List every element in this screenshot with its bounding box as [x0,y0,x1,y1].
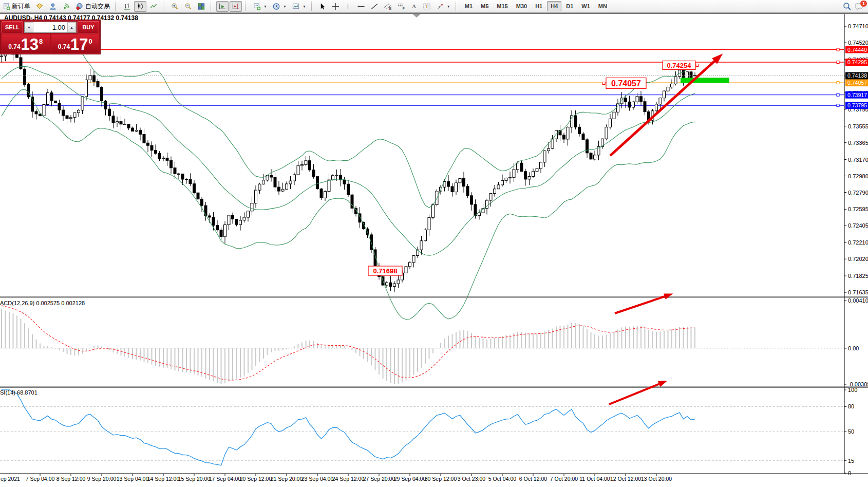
volume-decrease-button[interactable]: ▼ [25,22,33,32]
tile-windows-button[interactable] [195,1,207,12]
line-chart-button[interactable] [147,1,160,12]
candle-body [58,103,61,110]
candle-body [474,204,477,216]
bar-chart-button[interactable] [121,1,133,12]
price-annotation-text: 0.74254 [667,62,692,69]
search-icon[interactable] [843,2,852,11]
bollinger-lower-band[interactable] [2,89,695,320]
signals-icon [62,3,70,10]
trend-arrow-rsi[interactable] [609,382,664,404]
depot-button[interactable] [33,1,46,12]
time-axis-label: 15 Sep 20:00 [178,476,211,482]
price-axis-label: 0.74520 [848,40,868,46]
candle-body [212,217,215,226]
new-chart-button[interactable]: ▼ [251,1,269,12]
cursor-button[interactable] [317,1,329,12]
candle-body [143,134,145,143]
templates-button[interactable]: ▼ [290,1,308,12]
horizontal-line-button[interactable] [355,1,367,12]
zoom-out-button[interactable] [182,1,194,12]
buy-button[interactable]: BUY [78,21,99,33]
rsi-axis-label: 0 [848,470,851,476]
candle-body [224,224,227,236]
chart-scroll-marker[interactable] [412,14,421,17]
candle-body [16,54,18,58]
one-click-trading-panel: SELL ▼ 1.00 ▲ BUY 0.74 13 8 0.74 17 0 [0,20,101,54]
auto-trading-button[interactable]: 自动交易 [73,1,112,12]
time-axis-label: 5 Oct 04:00 [488,476,516,482]
candle-body [332,176,334,180]
timeframe-button-d1[interactable]: D1 [562,1,577,11]
chart-shift-button[interactable] [230,1,242,12]
vertical-line-button[interactable] [343,1,354,12]
timeframe-button-m30[interactable]: M30 [513,1,531,11]
timeframe-button-mn[interactable]: MN [595,1,611,11]
support-zone-rectangle[interactable] [681,78,729,83]
candle-body [301,164,304,165]
time-axis-label: 13 Oct 20:00 [641,476,672,482]
candle-body [93,75,96,81]
candle-body [62,110,65,116]
candle-body [463,178,465,186]
volume-value[interactable]: 1.00 [33,22,67,32]
text-label-button[interactable]: T [421,1,433,12]
candle-body [293,175,296,181]
sell-button[interactable]: SELL [2,21,23,33]
candle-body [609,119,612,127]
candle-body [239,220,242,224]
candle-body [201,199,203,206]
buy-price-tile[interactable]: 0.74 17 0 [51,34,100,53]
price-axis-label: 0.72790 [848,190,868,196]
clock-icon [272,3,280,10]
chat-button[interactable]: 1 [855,2,864,11]
macd-axis-label: 0.004109 [848,297,868,304]
zoom-in-button[interactable] [168,1,181,12]
auto-scroll-icon [218,3,227,10]
timeframe-button-m1[interactable]: M1 [461,1,476,11]
trend-arrow-main[interactable] [610,57,719,156]
trendline-button[interactable] [368,1,381,12]
candle-body [432,204,435,217]
arrows-tool-button[interactable]: ▼ [434,1,452,12]
rsi-axis-label: 100 [848,387,857,393]
periods-button[interactable]: ▼ [270,1,289,12]
candle-body [328,180,330,191]
equidistant-channel-button[interactable]: E [382,1,394,12]
candle-body [81,97,84,110]
zoom-out-icon [184,3,192,10]
text-label-icon: T [423,3,431,10]
new-order-button[interactable]: 新订单 [1,1,32,12]
candle-body [155,151,157,154]
timeframe-button-m5[interactable]: M5 [477,1,492,11]
candlestick-icon [136,3,144,10]
candle-body [555,130,558,139]
chart-canvas[interactable]: ep 20217 Sep 04:008 Sep 12:009 Sep 20:00… [0,13,868,487]
candle-body [185,179,188,180]
candle-body [520,163,523,171]
signals-button[interactable] [60,1,72,12]
candle-body [347,184,350,195]
notification-badge: 1 [860,0,867,7]
timeframe-button-h1[interactable]: H1 [532,1,546,11]
dropdown-caret-icon: ▼ [303,5,306,8]
timeframe-button-w1[interactable]: W1 [578,1,594,11]
candle-body [262,180,265,184]
time-axis-label: ep 2021 [1,476,20,482]
level-anchor-square [837,82,839,84]
fibonacci-button[interactable]: F [395,1,407,12]
community-button[interactable] [47,1,59,12]
crosshair-button[interactable] [330,1,342,12]
rsi-line[interactable] [2,390,695,465]
candle-body [455,183,458,192]
price-level-badge-text: 0.74057 [847,80,867,86]
rsi-axis-label: 50 [848,428,854,435]
timeframe-button-m15[interactable]: M15 [493,1,511,11]
text-button[interactable]: A [408,1,420,12]
volume-increase-button[interactable]: ▲ [67,22,76,32]
auto-scroll-button[interactable] [216,1,229,12]
candlestick-button[interactable] [134,1,146,12]
candle-body [625,98,627,102]
timeframe-button-h4[interactable]: H4 [547,1,561,11]
time-axis-label: 8 Sep 12:00 [56,476,86,482]
sell-price-tile[interactable]: 0.74 13 8 [2,34,50,53]
